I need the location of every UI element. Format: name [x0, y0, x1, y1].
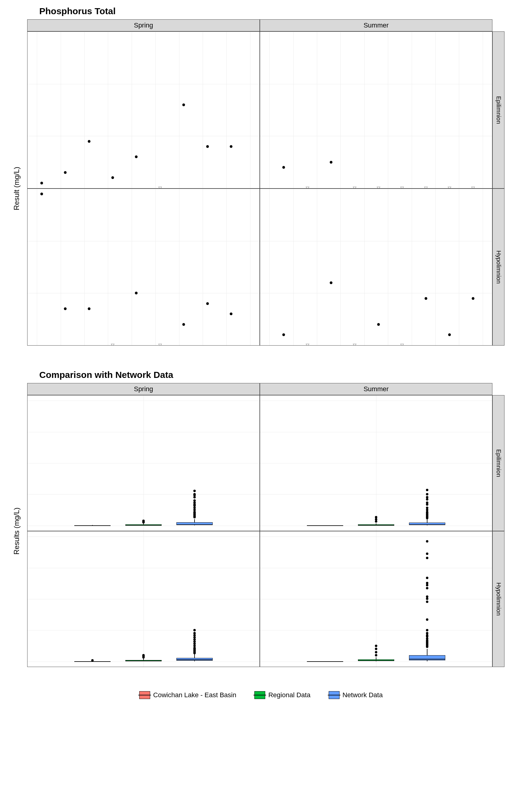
- boxplot-cowichan-lake-east-basin: [307, 531, 343, 667]
- legend-item-cowichan: Cowichan Lake - East Basin: [139, 691, 236, 699]
- boxplot-regional-data: [125, 395, 162, 531]
- data-point: [40, 193, 43, 196]
- censored-point: [111, 344, 115, 346]
- boxplot-regional-data: [125, 531, 162, 667]
- legend-label-regional: Regional Data: [268, 691, 310, 699]
- strip-epilimnion: Epilimnion: [493, 32, 504, 188]
- censored-point: [306, 344, 309, 346]
- boxplot-cowichan-lake-east-basin: [74, 395, 111, 531]
- boxplot-network-data: [176, 395, 213, 531]
- data-point: [229, 313, 232, 316]
- data-point: [182, 103, 185, 106]
- data-point: [182, 323, 185, 326]
- strip-spring: Spring: [27, 19, 260, 32]
- legend-item-regional: Regional Data: [254, 691, 310, 699]
- bstrip-summer: Summer: [260, 383, 493, 395]
- data-point: [206, 145, 209, 148]
- boxplot-facet-chart: Comparison with Network Data Results (mg…: [6, 370, 516, 679]
- data-point: [229, 145, 232, 148]
- censored-point: [158, 344, 162, 346]
- data-point: [87, 140, 90, 143]
- strip-summer: Summer: [260, 19, 493, 32]
- boxplot-network-data: [176, 531, 213, 667]
- legend-label-network: Network Data: [343, 691, 383, 699]
- bpanel-spring-epilimnion: 0.00.30.60.91.2: [27, 395, 260, 531]
- bstrip-hypolimnion: Hypolimnion: [493, 531, 504, 667]
- data-point: [206, 302, 209, 305]
- data-point: [135, 156, 138, 158]
- data-point: [472, 297, 475, 300]
- data-point: [112, 177, 114, 179]
- boxplot-cowichan-lake-east-basin: [307, 395, 343, 531]
- boxplot-grid: Results (mg/L) Spring Summer 0.00.30.60.…: [6, 383, 516, 679]
- panel-spring-hypolimnion: 0.0020.0030.0040.00520162017201820192020…: [27, 188, 260, 346]
- data-point: [424, 297, 427, 300]
- data-point: [87, 307, 90, 310]
- data-point: [64, 307, 67, 310]
- boxplot-title: Comparison with Network Data: [39, 370, 516, 380]
- legend: Cowichan Lake - East Basin Regional Data…: [6, 691, 516, 699]
- data-point: [64, 171, 67, 174]
- boxplot-ylabel: Results (mg/L): [6, 395, 27, 667]
- data-point: [448, 333, 451, 336]
- scatter-title: Phosphorus Total: [39, 6, 516, 16]
- panel-spring-epilimnion: 0.0020.0030.0040.005: [27, 32, 260, 188]
- scatter-ylabel: Result (mg/L): [6, 32, 27, 346]
- bpanel-summer-hypolimnion: Phosphorus Total: [260, 531, 493, 667]
- data-point: [377, 323, 380, 326]
- legend-swatch-cowichan: [139, 691, 150, 699]
- legend-item-network: Network Data: [329, 691, 383, 699]
- scatter-grid: Result (mg/L) Spring Summer 0.0020.0030.…: [6, 19, 516, 358]
- data-point: [282, 166, 285, 168]
- bpanel-spring-hypolimnion: 0.00.30.60.91.2Phosphorus Total: [27, 531, 260, 667]
- boxplot-cowichan-lake-east-basin: [74, 531, 111, 667]
- boxplot-regional-data: [358, 395, 394, 531]
- data-point: [330, 161, 333, 163]
- bstrip-epilimnion: Epilimnion: [493, 395, 504, 531]
- boxplot-network-data: [409, 395, 445, 531]
- data-point: [135, 292, 138, 295]
- data-point: [40, 182, 43, 184]
- panel-summer-hypolimnion: 2016201720182019202020212022202320242025: [260, 188, 493, 346]
- scatter-facet-chart: Phosphorus Total Result (mg/L) Spring Su…: [6, 6, 516, 358]
- legend-swatch-regional: [254, 691, 265, 699]
- censored-point: [400, 344, 404, 346]
- bstrip-spring: Spring: [27, 383, 260, 395]
- data-point: [330, 281, 333, 284]
- boxplot-regional-data: [358, 531, 394, 667]
- strip-hypolimnion: Hypolimnion: [493, 188, 504, 346]
- censored-point: [353, 344, 357, 346]
- legend-swatch-network: [329, 691, 340, 699]
- boxplot-network-data: [409, 531, 445, 667]
- data-point: [282, 333, 285, 336]
- legend-label-cowichan: Cowichan Lake - East Basin: [153, 691, 236, 699]
- panel-summer-epilimnion: [260, 32, 493, 188]
- bpanel-summer-epilimnion: [260, 395, 493, 531]
